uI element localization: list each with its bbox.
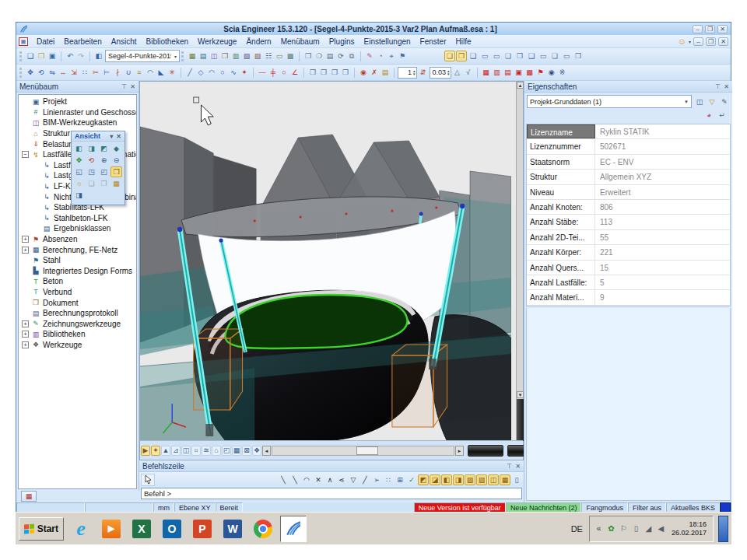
layers-icon[interactable]: ▧ <box>241 51 252 61</box>
property-row[interactable]: StaatsnormEC - ENV <box>527 155 730 170</box>
slab-icon[interactable]: ▤ <box>503 67 514 78</box>
property-row[interactable]: StrukturAllgemein XYZ <box>527 170 730 184</box>
property-value[interactable]: 113 <box>595 215 730 229</box>
property-value[interactable]: 15 <box>595 261 730 275</box>
circle-icon[interactable]: ○ <box>217 67 228 78</box>
scale-spinner[interactable]: 1 ▴▾ <box>398 67 417 79</box>
menu-bearbeiten[interactable]: Bearbeiten <box>59 37 106 47</box>
window-3-icon[interactable]: ❑ <box>468 51 479 61</box>
menu-plugins[interactable]: Plugins <box>324 37 359 47</box>
smiley-dropdown-icon[interactable]: ▾ <box>689 39 691 44</box>
menu-datei[interactable]: Datei <box>32 37 59 47</box>
ansicht-close-icon[interactable]: ✕ <box>116 133 121 140</box>
arc-icon[interactable]: ◠ <box>206 67 217 78</box>
array-icon[interactable]: ∷ <box>79 67 90 78</box>
window-7-icon[interactable]: ❐ <box>514 51 525 61</box>
property-value[interactable]: Erweitert <box>595 185 730 199</box>
menubaum-toggle-button[interactable]: ▦ <box>21 491 37 502</box>
show-all-icon[interactable]: ❐ <box>98 178 110 189</box>
expand-icon[interactable]: + <box>22 341 29 348</box>
outlook-icon[interactable]: O <box>159 516 185 542</box>
save-icon[interactable]: ▣ <box>47 51 58 61</box>
render-icon[interactable]: ▦ <box>232 446 241 456</box>
property-value[interactable]: Allgemein XYZ <box>595 170 730 184</box>
rotate-view-icon[interactable]: ⟲ <box>86 155 97 166</box>
property-value[interactable]: 9 <box>595 290 730 304</box>
tree-item-bibliotheken[interactable]: +▥Bibliotheken <box>19 329 136 340</box>
view-front-icon[interactable]: ◧ <box>73 143 85 154</box>
grid-icon[interactable]: ⌗ <box>191 446 201 456</box>
tray-expand-icon[interactable]: « <box>594 523 604 534</box>
befehlszeile-pin-icon[interactable]: ⊤ <box>507 463 512 470</box>
property-selector-caret-icon[interactable]: ▼ <box>684 100 689 104</box>
support-icon[interactable]: ⚑ <box>535 67 546 78</box>
zoom-out-icon[interactable]: ⊖ <box>110 155 122 166</box>
powerpoint-icon[interactable]: P <box>189 516 216 542</box>
expand-icon[interactable]: + <box>22 320 29 327</box>
mesh-icon[interactable]: ▤ <box>198 51 209 61</box>
wireframe-icon[interactable]: ▦ <box>110 178 122 189</box>
scroll-up-icon[interactable]: ▲ <box>517 82 524 89</box>
scroll-left-icon[interactable]: ◄ <box>262 446 271 456</box>
target-icon[interactable]: ⌖ <box>386 51 397 61</box>
rotate-control-bar[interactable] <box>468 445 503 457</box>
snap-ruler-icon[interactable]: ▯ <box>511 474 522 485</box>
line-icon[interactable]: ╱ <box>184 67 195 78</box>
tree-item-stahl[interactable]: ⚑Stahl <box>19 255 136 266</box>
menu-werkzeuge[interactable]: Werkzeuge <box>193 37 241 47</box>
redo-icon[interactable]: ↷ <box>75 51 86 61</box>
scale-spin-down-icon[interactable]: ▾ <box>413 72 416 75</box>
window-4-icon[interactable]: ▭ <box>479 51 490 61</box>
view-settings-icon[interactable]: ◔ <box>375 51 386 61</box>
send-to-icon[interactable]: ↵ <box>717 110 728 121</box>
polyline-icon[interactable]: ◇ <box>195 67 206 78</box>
property-row[interactable]: Anzahl 2D-Tei...55 <box>527 230 730 245</box>
snap-plane-icon[interactable]: ▦ <box>500 474 510 485</box>
window-6-icon[interactable]: ❏ <box>503 51 514 61</box>
refresh-icon[interactable]: ⟳ <box>335 51 346 61</box>
offset-icon[interactable]: ≡ <box>134 67 145 78</box>
tree-item-bim-werkzeugkasten[interactable]: ◫BIM-Werkzeugkasten <box>19 117 136 128</box>
feedback-smiley-icon[interactable]: ☺ <box>678 37 686 46</box>
snap-midpoint-icon[interactable]: ╲ <box>289 474 300 485</box>
chamfer-icon[interactable]: ◣ <box>156 67 167 78</box>
window-9-icon[interactable]: ▭ <box>538 51 549 61</box>
menu-einstellungen[interactable]: Einstellungen <box>359 37 416 47</box>
clip-box-icon[interactable]: ❒ <box>110 166 122 177</box>
open-icon[interactable]: ❒ <box>36 51 47 61</box>
extend-icon[interactable]: ⊢ <box>101 67 112 78</box>
pointer-tool-icon[interactable]: ▶ <box>141 446 150 456</box>
minimize-button[interactable]: – <box>693 25 703 33</box>
fillet-icon[interactable]: ◠ <box>145 67 156 78</box>
join-icon[interactable]: ∪ <box>123 67 134 78</box>
paper-icon[interactable]: ▭ <box>274 51 285 61</box>
zoom-in-icon[interactable]: ⊕ <box>98 155 110 166</box>
antivirus-icon[interactable]: ✿ <box>606 523 616 534</box>
cursor-snap-icon[interactable]: ➢ <box>371 474 382 485</box>
horizontal-scroll-thumb[interactable] <box>356 446 378 455</box>
language-indicator[interactable]: DE <box>570 524 584 534</box>
mesh-refine-icon[interactable]: ※ <box>557 67 568 78</box>
tree-item-verbund[interactable]: TVerbund <box>19 287 136 298</box>
tree-item-projekt[interactable]: ▣Projekt <box>19 96 136 107</box>
vertical-scrollbar[interactable]: ▲ ▼ <box>516 82 523 441</box>
lasso-tool-icon[interactable]: ✦ <box>151 446 160 456</box>
gallery-icon[interactable]: ☷ <box>263 51 274 61</box>
explode-icon[interactable]: ✳ <box>167 67 177 78</box>
confirm-icon[interactable]: √ <box>463 67 474 78</box>
scia-engineer-taskbar-button[interactable] <box>280 516 307 542</box>
pointer-mode-button[interactable] <box>141 474 155 486</box>
zoom-selection-icon[interactable]: ✥ <box>73 155 85 166</box>
property-value[interactable]: 502671 <box>595 139 730 153</box>
property-value[interactable]: EC - ENV <box>595 155 730 169</box>
spline-icon[interactable]: ∿ <box>228 67 239 78</box>
link-icon[interactable]: ⧉ <box>346 51 357 61</box>
close-button[interactable]: ✕ <box>717 25 728 33</box>
window-11-icon[interactable]: ▭ <box>561 51 572 61</box>
layer-4-icon[interactable]: ❐ <box>340 67 351 78</box>
child-restore-button[interactable]: ❐ <box>706 37 716 46</box>
menu--ndern[interactable]: Ändern <box>241 37 275 47</box>
window-5-icon[interactable]: ▭ <box>491 51 502 61</box>
property-row[interactable]: Anzahl Knoten:806 <box>527 200 730 215</box>
zoom-previous-icon[interactable]: ◰ <box>98 166 110 177</box>
